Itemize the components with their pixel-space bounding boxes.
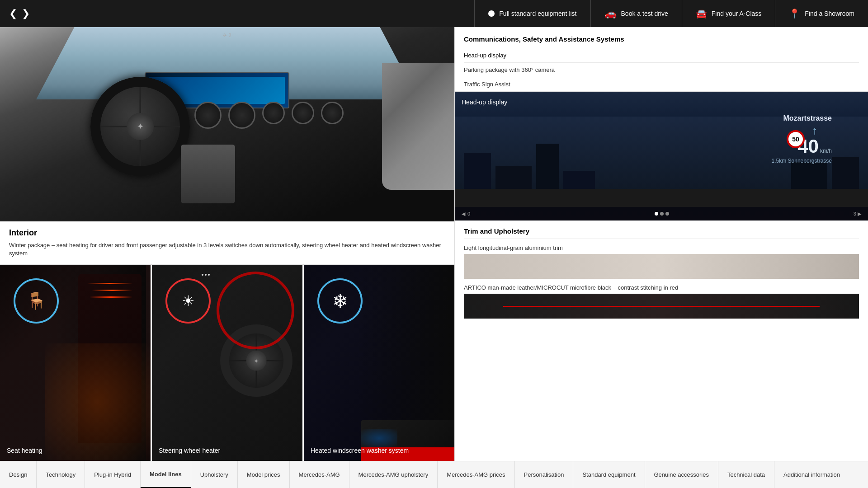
wheel-heat-icon: ☀ — [182, 292, 195, 310]
right-interior-trim — [382, 63, 454, 190]
vent-far-right — [321, 102, 344, 124]
prev-arrow-button[interactable]: ❮ — [9, 8, 17, 19]
hud-slider-left: ◀ 0 — [462, 211, 470, 217]
trim-swatch-light — [464, 254, 859, 279]
trim-item-light-label: Light longitudinal-grain aluminium trim — [464, 244, 859, 251]
find-a-class-nav-item[interactable]: 🚘 Find your A-Class — [682, 0, 775, 27]
interior-main-image: ✦ ✈ 2 — [0, 27, 454, 221]
bottom-nav-item-model-lines[interactable]: Model lines — [141, 461, 191, 488]
interior-title: Interior — [9, 228, 445, 238]
hud-distance-info: 1.5km Sonnebergstrasse — [772, 158, 832, 164]
hud-speed-limit-sign: 50 — [787, 130, 805, 148]
center-console — [181, 145, 235, 203]
trim-item-dark[interactable]: ARTICO man-made leather/MICROCUT microfi… — [464, 284, 859, 319]
comms-title: Communications, Safety and Assistance Sy… — [464, 35, 859, 43]
bottom-nav-item-amg-prices[interactable]: Mercedes-AMG prices — [438, 461, 514, 488]
equipment-list-nav-item[interactable]: Full standard equipment list — [474, 0, 590, 27]
seat-heating-icon-circle: 🪑 — [14, 278, 59, 324]
hud-slider-bar[interactable]: ◀ 0 3 ▶ — [455, 207, 868, 221]
find-showroom-label: Find a Showroom — [805, 10, 854, 17]
bottom-nav-item-amg-upholstery[interactable]: Mercedes-AMG upholstery — [349, 461, 438, 488]
feature-list-item-hud[interactable]: Head-up display — [464, 48, 859, 63]
trim-title: Trim and Upholstery — [464, 227, 859, 239]
hud-street-name: Mozartstrasse — [772, 114, 832, 122]
trim-item-light[interactable]: Light longitudinal-grain aluminium trim — [464, 244, 859, 279]
seat-heating-label: Seat heating — [7, 447, 42, 454]
hud-slider-handle[interactable] — [655, 212, 669, 216]
nav-arrows: ❮ ❯ — [0, 8, 39, 19]
main-content: ✦ ✈ 2 Interior Winter package – seat hea… — [0, 27, 868, 461]
air-vents — [194, 102, 344, 129]
windscreen-feature[interactable]: ❄ Heated windscreen washer system — [304, 265, 454, 461]
book-test-drive-label: Book a test drive — [621, 10, 668, 17]
steering-heater-label: Steering wheel heater — [159, 447, 220, 454]
car-icon: 🚗 — [604, 8, 617, 19]
steering-heater-feature[interactable]: ✦ ☀ Steering wheel heate — [152, 265, 304, 461]
snowflake-icon: ❄ — [332, 290, 348, 312]
hud-speed-unit: km/h — [820, 148, 832, 154]
find-a-class-label: Find your A-Class — [712, 10, 761, 17]
bottom-nav-item-model-prices[interactable]: Model prices — [238, 461, 290, 488]
bottom-nav-item-genuine-accessories[interactable]: Genuine accessories — [645, 461, 718, 488]
trim-section: Trim and Upholstery Light longitudinal-g… — [455, 221, 868, 331]
steering-wheel: ✦ — [90, 77, 190, 176]
left-panel: ✦ ✈ 2 Interior Winter package – seat hea… — [0, 27, 454, 461]
bottom-nav-item-technical-data[interactable]: Technical data — [718, 461, 774, 488]
vent-center-left — [228, 102, 255, 129]
map-icon: 🚘 — [696, 8, 707, 19]
bottom-nav-item-additional-info[interactable]: Additional information — [774, 461, 849, 488]
dot-icon — [488, 10, 495, 17]
windscreen-icon-circle: ❄ — [317, 278, 363, 324]
feature-list-item-traffic[interactable]: Traffic Sign Assist — [464, 77, 859, 91]
next-arrow-button[interactable]: ❯ — [22, 8, 30, 19]
hud-overlay-content: Mozartstrasse ↑ 40 km/h 50 1.5km Sonnebe… — [772, 114, 832, 164]
feature-list: Head-up display Parking package with 360… — [464, 48, 859, 91]
interior-description: Winter package – seat heating for driver… — [9, 241, 445, 258]
location-icon: 📍 — [789, 8, 800, 19]
bottom-nav-item-mercedes-amg[interactable]: Mercedes-AMG — [290, 461, 349, 488]
interior-info-section: Interior Winter package – seat heating f… — [0, 221, 454, 265]
image-indicator: ✈ 2 — [223, 33, 231, 38]
seat-icon: 🪑 — [26, 291, 47, 310]
hud-section-label: Head-up display — [462, 99, 507, 106]
trim-item-dark-label: ARTICO man-made leather/MICROCUT microfi… — [464, 284, 859, 291]
find-showroom-nav-item[interactable]: 📍 Find a Showroom — [775, 0, 868, 27]
bottom-nav-item-plug-in[interactable]: Plug-in Hybrid — [85, 461, 141, 488]
vent-center-right — [262, 102, 285, 124]
seat-heating-feature[interactable]: 🪑 Seat heating — [0, 265, 152, 461]
top-navigation: ❮ ❯ Full standard equipment list 🚗 Book … — [0, 0, 868, 27]
bottom-nav-item-standard-equipment[interactable]: Standard equipment — [573, 461, 645, 488]
comms-section: Communications, Safety and Assistance Sy… — [455, 27, 868, 92]
nav-right-items: Full standard equipment list 🚗 Book a te… — [474, 0, 868, 27]
right-panel: Communications, Safety and Assistance Sy… — [454, 27, 868, 461]
hud-preview-section: Head-up display Mozartstrasse ↑ — [455, 92, 868, 221]
bottom-nav-item-upholstery[interactable]: Upholstery — [191, 461, 238, 488]
vent-left — [194, 102, 222, 129]
vent-right — [292, 102, 314, 124]
bottom-nav-item-technology[interactable]: Technology — [37, 461, 85, 488]
trim-swatch-dark — [464, 294, 859, 319]
equipment-list-label: Full standard equipment list — [499, 10, 576, 17]
mercedes-star-icon: ✦ — [137, 122, 144, 131]
feature-images-row: 🪑 Seat heating ✦ — [0, 265, 454, 461]
feature-list-item-parking[interactable]: Parking package with 360° camera — [464, 63, 859, 77]
steering-heater-icon-circle: ☀ — [165, 278, 211, 324]
bottom-nav-item-design[interactable]: Design — [0, 461, 37, 488]
book-test-drive-nav-item[interactable]: 🚗 Book a test drive — [590, 0, 682, 27]
windscreen-label: Heated windscreen washer system — [311, 447, 409, 454]
bottom-navigation: Design Technology Plug-in Hybrid Model l… — [0, 461, 868, 488]
bottom-nav-item-personalisation[interactable]: Personalisation — [515, 461, 574, 488]
